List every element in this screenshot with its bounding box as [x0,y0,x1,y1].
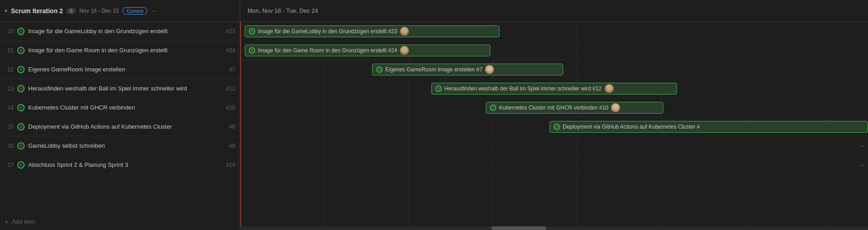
row-number: 11 [5,47,14,54]
task-id: #14 [226,162,235,168]
task-title: Abschluss Sprint 2 & Planung Sprint 3 [28,161,222,168]
status-inner-ring [20,68,22,71]
status-complete-icon [17,28,25,35]
current-status-badge: Current [122,7,147,15]
avatar [400,46,409,55]
scrollbar-thumb[interactable] [491,226,546,230]
avatar [611,103,620,112]
task-title: Kubernetes Cluster mit GHCR verbinden [28,104,222,111]
sprint-title: Scrum Iteration 2 [11,7,63,15]
horizontal-scrollbar[interactable] [240,226,868,230]
gantt-panel: Mon, Nov 18 - Tue, Dec 24 [240,0,868,230]
arrow-right-icon: → [858,142,864,150]
bar-status-inner [438,87,440,90]
avatar [400,27,409,36]
task-id: #9 [229,143,235,149]
status-inner-ring [20,49,22,52]
gantt-row: → [240,136,868,155]
avatar [605,84,614,93]
gantt-row: Kubernetes Cluster mit GHCR verbinden #1… [240,98,868,117]
gantt-row: Herausfinden weshalb der Ball im Spiel i… [240,79,868,98]
task-title: GameLobby selbst schreiben [28,142,226,149]
status-complete-icon [17,142,25,150]
more-options-icon[interactable]: ··· [152,7,157,14]
avatar [485,65,494,74]
bar-status-icon [249,47,255,54]
bar-status-inner [378,68,381,70]
gantt-bar[interactable]: Kubernetes Cluster mit GHCR verbinden #1… [486,102,663,114]
plus-icon: + [5,218,8,225]
task-id: #10 [226,105,235,111]
status-inner-ring [20,106,22,109]
row-number: 17 [5,162,14,168]
status-inner-ring [20,30,22,33]
gantt-row: Eigenes GameRoom Image erstellen #7 [240,60,868,79]
sprint-date-range: Nov 18 - Dec 15 [80,8,119,14]
left-panel: ▾ Scrum Iteration 2 8 Nov 18 - Dec 15 Cu… [0,0,240,230]
status-complete-icon [17,104,25,111]
status-complete-icon [17,66,25,73]
bar-status-icon [249,28,255,35]
bar-status-icon [490,105,496,111]
bar-status-icon [376,66,383,73]
add-item-row[interactable]: + Add item [0,213,240,230]
current-time-indicator [240,22,241,226]
row-number: 16 [5,143,14,149]
table-row[interactable]: 11 Image für den Game Room in den Grunzü… [0,41,240,60]
gantt-bar-label: Kubernetes Cluster mit GHCR verbinden #1… [499,105,608,111]
task-list: 10 Image für die GameLobby in den Grundz… [0,22,240,213]
collapse-chevron-icon[interactable]: ▾ [5,8,7,14]
row-number: 10 [5,28,14,35]
task-count-badge: 8 [66,8,76,14]
table-row[interactable]: 17 Abschluss Sprint 2 & Planung Sprint 3… [0,155,240,175]
task-id: #24 [226,47,235,54]
table-row[interactable]: 13 Herausfinden weshalb der Ball im Spie… [0,79,240,98]
row-number: 12 [5,66,14,73]
row-number: 15 [5,124,14,130]
status-inner-ring [20,145,22,147]
table-row[interactable]: 15 Deployment via GitHub Actions auf Kub… [0,117,240,136]
bar-status-inner [492,106,495,109]
gantt-bar-label: Image für den Game Room in den Grunzügen… [258,47,397,54]
gantt-bar[interactable]: Eigenes GameRoom Image erstellen #7 [372,64,563,75]
gantt-header: Mon, Nov 18 - Tue, Dec 24 [240,0,868,22]
table-row[interactable]: 10 Image für die GameLobby in den Grundz… [0,22,240,41]
task-title: Herausfinden weshalb der Ball im Spiel i… [28,85,222,92]
add-item-label: Add item [12,218,35,225]
gantt-bar[interactable]: Herausfinden weshalb der Ball im Spiel i… [431,83,677,95]
task-id: #7 [229,66,235,73]
gantt-bar[interactable]: Image für den Game Room in den Grunzügen… [245,45,490,56]
task-id: #12 [226,85,235,92]
status-complete-icon [17,123,25,130]
gantt-bar[interactable]: Deployment via GitHub Actions auf Kubern… [550,121,868,133]
table-row[interactable]: 12 Eigenes GameRoom Image erstellen #7 [0,60,240,79]
gantt-bar-label: Eigenes GameRoom Image erstellen #7 [385,66,482,73]
row-number: 13 [5,85,14,92]
gantt-bar-label: Image für die GameLobby in den Grundzüge… [258,28,397,35]
status-complete-icon [17,161,25,169]
bar-status-inner [556,125,558,128]
gantt-row: → [240,155,868,175]
sprint-header: ▾ Scrum Iteration 2 8 Nov 18 - Dec 15 Cu… [0,0,240,22]
task-title: Eigenes GameRoom Image erstellen [28,66,226,73]
gantt-row: Image für die GameLobby in den Grundzüge… [240,22,868,41]
bar-status-icon [554,124,560,130]
bar-status-inner [251,49,253,51]
task-title: Image für den Game Room in den Grunzügen… [28,47,222,54]
table-row[interactable]: 16 GameLobby selbst schreiben #9 [0,136,240,155]
bar-status-icon [435,85,442,92]
status-inner-ring [20,87,22,90]
gantt-bar[interactable]: Image für die GameLobby in den Grundzüge… [245,25,500,37]
gantt-rows: Image für die GameLobby in den Grundzüge… [240,22,868,226]
status-inner-ring [20,125,22,128]
gantt-row: Image für den Game Room in den Grunzügen… [240,41,868,60]
status-complete-icon [17,47,25,54]
arrow-right-icon: → [858,161,864,169]
gantt-row: Deployment via GitHub Actions auf Kubern… [240,117,868,136]
table-row[interactable]: 14 Kubernetes Cluster mit GHCR verbinden… [0,98,240,117]
row-number: 14 [5,105,14,111]
main-container: ▾ Scrum Iteration 2 8 Nov 18 - Dec 15 Cu… [0,0,868,230]
status-complete-icon [17,85,25,92]
task-title: Deployment via GitHub Actions auf Kubern… [28,123,226,130]
status-inner-ring [20,164,22,166]
